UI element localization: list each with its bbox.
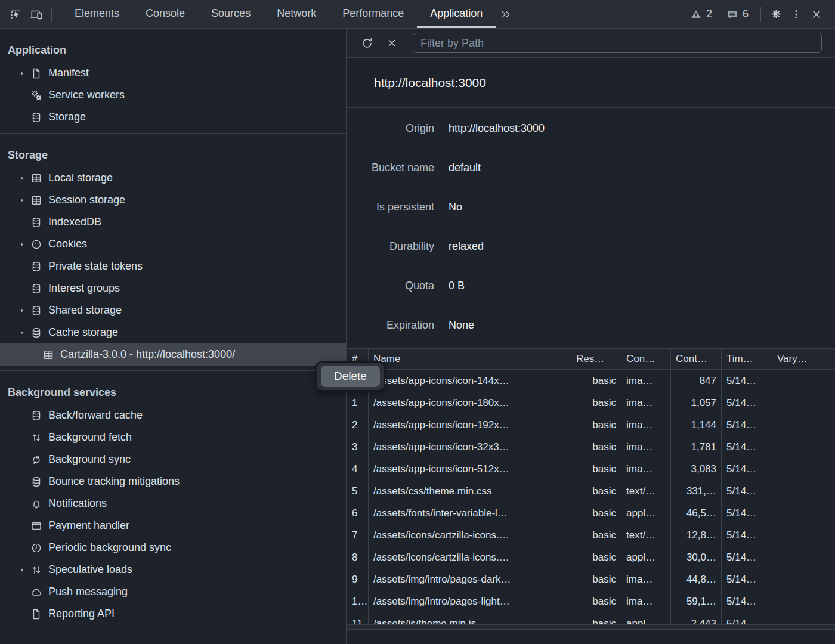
horizontal-scrollbar-track[interactable] [347,624,835,630]
chevron-right-expander-icon[interactable] [18,565,30,575]
tab-label: Elements [75,7,119,20]
sidebar-item-cache-storage[interactable]: Cache storage [0,321,346,343]
expander-spacer [18,455,30,465]
sidebar-item-service-workers[interactable]: Service workers [0,84,346,106]
database-icon [30,326,43,339]
sidebar-item-interest-groups[interactable]: Interest groups [0,277,346,299]
detail-value: None [449,319,474,332]
tab-label: Console [146,7,185,20]
sidebar-item-cookies[interactable]: Cookies [0,233,346,255]
chevron-right-expander-icon[interactable] [18,306,30,315]
chevron-right-expander-icon[interactable] [18,69,30,78]
sidebar-item-notifications[interactable]: Notifications [0,493,346,515]
sidebar-item-storage[interactable]: Storage [0,106,346,128]
sidebar-item-session-storage[interactable]: Session storage [0,189,346,211]
table-row[interactable]: 3/assets/app-icons/icon-32x3…basicima…1,… [347,436,835,458]
table-row[interactable]: 2/assets/app-icons/icon-192x…basicima…1,… [347,414,835,436]
sidebar-item-background-sync[interactable]: Background sync [0,448,346,470]
sidebar-item-manifest[interactable]: Manifest [0,62,346,84]
sidebar-item-label: Payment handler [48,519,129,532]
table-row[interactable]: 0/assets/app-icons/icon-144x…basicima…84… [347,370,835,392]
chevron-right-expander-icon[interactable] [18,174,30,183]
settings-gear-icon[interactable] [766,0,786,28]
sidebar-item-shared-storage[interactable]: Shared storage [0,299,346,321]
table-row[interactable]: 9/assets/img/intro/pages-dark…basicima…4… [347,568,835,590]
sidebar-section-application: ApplicationManifestService workersStorag… [0,29,346,128]
expander-spacer [18,284,30,293]
close-devtools-icon[interactable] [806,0,827,28]
context-menu: Delete [316,361,385,391]
console-messages-status[interactable]: 6 [726,8,749,20]
tab-elements[interactable]: Elements [61,0,132,28]
column-header-6[interactable]: Vary… [772,349,835,369]
table-row[interactable]: 4/assets/app-icons/icon-512x…basicima…3,… [347,458,835,480]
column-header-1[interactable]: Name [369,349,571,369]
sidebar-item-background-fetch[interactable]: Background fetch [0,426,346,448]
table-row[interactable]: 8/assets/icons/cartzilla-icons.…basicapp… [347,546,835,568]
tab-network[interactable]: Network [264,0,329,28]
sidebar-item-indexeddb[interactable]: IndexedDB [0,211,346,233]
more-tabs-icon[interactable] [496,0,516,28]
cell-tim: 5/14… [722,568,772,590]
chevron-down-expander-icon[interactable] [18,328,30,338]
table-row[interactable]: 5/assets/css/theme.min.cssbasictext/…331… [347,480,835,502]
warnings-status[interactable]: 2 [690,8,712,20]
preview-footer [347,630,835,644]
cell-con: text/… [621,480,671,502]
sidebar-item-periodic-background-sync[interactable]: Periodic background sync [0,537,346,559]
delete-menu-item[interactable]: Delete [321,366,380,387]
cell-con: ima… [621,392,671,414]
cell-con: ima… [621,414,671,436]
table-row[interactable]: 11/assets/js/theme.min.jsbasicappl…2,443… [347,612,835,624]
tab-application[interactable]: Application [417,0,496,28]
cell-cont: 30,0… [671,546,722,568]
cell-cont: 59,1… [671,590,722,612]
table-row[interactable]: 1/assets/app-icons/icon-180x…basicima…1,… [347,392,835,414]
sidebar-item-payment-handler[interactable]: Payment handler [0,515,346,537]
cell-con: ima… [621,458,671,480]
table-row[interactable]: 1…/assets/img/intro/pages-light…basicima… [347,590,835,612]
cell-vary [772,414,835,436]
cell-vary [772,568,835,590]
cell-name: /assets/css/theme.min.css [369,480,571,502]
column-header-2[interactable]: Res… [571,349,621,369]
sidebar-item-cartzilla-3-0-0-http-localhost-3000[interactable]: Cartzilla-3.0.0 - http://localhost:3000/ [0,343,346,366]
tab-label: Performance [342,7,404,20]
sidebar-item-bounce-tracking-mitigations[interactable]: Bounce tracking mitigations [0,470,346,493]
column-header-3[interactable]: Con… [621,349,671,369]
kebab-menu-icon[interactable] [786,0,806,28]
tab-console[interactable]: Console [132,0,198,28]
sidebar-item-private-state-tokens[interactable]: Private state tokens [0,255,346,277]
detail-label: Durability [347,240,434,253]
updown-icon [30,431,43,444]
table-row[interactable]: 6/assets/fonts/inter-variable-l…basicapp… [347,502,835,524]
filter-by-path-input[interactable] [413,33,822,53]
devtools-tab-bar: ElementsConsoleSourcesNetworkPerformance… [0,0,835,29]
sidebar-item-local-storage[interactable]: Local storage [0,167,346,189]
inspect-element-icon[interactable] [6,0,26,28]
sidebar-item-label: Local storage [48,172,113,184]
refresh-icon[interactable] [358,34,376,52]
clear-filter-icon[interactable] [383,34,401,52]
cell-res: basic [571,568,621,590]
tab-sources[interactable]: Sources [198,0,264,28]
sidebar-item-reporting-api[interactable]: Reporting API [0,603,346,625]
sidebar-item-speculative-loads[interactable]: Speculative loads [0,559,346,581]
chevron-right-expander-icon[interactable] [18,240,30,249]
tab-performance[interactable]: Performance [329,0,417,28]
sidebar-item-push-messaging[interactable]: Push messaging [0,581,346,603]
gears-icon [30,89,43,102]
table-row[interactable]: 7/assets/icons/cartzilla-icons.…basictex… [347,524,835,546]
section-heading: Application [0,38,346,62]
cell-num: 4 [347,458,369,480]
device-toolbar-icon[interactable] [26,0,47,28]
chevron-right-expander-icon[interactable] [18,196,30,205]
cell-con: appl… [621,612,671,624]
cell-vary [772,502,835,524]
sidebar-item-back-forward-cache[interactable]: Back/forward cache [0,404,346,426]
cell-name: /assets/app-icons/icon-144x… [369,370,571,392]
cookie-icon [30,238,43,251]
section-heading: Storage [0,143,346,167]
column-header-5[interactable]: Tim… [722,349,772,369]
column-header-4[interactable]: Cont… [671,349,722,369]
